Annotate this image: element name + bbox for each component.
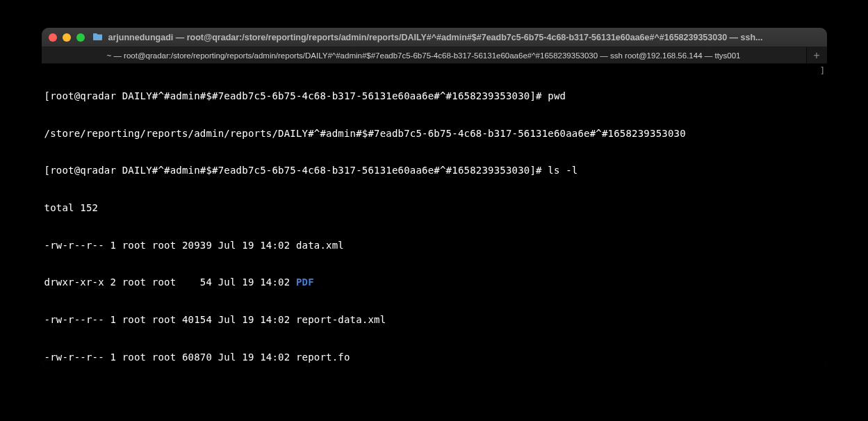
prompt: [root@qradar DAILY#^#admin#$#7eadb7c5-6b… <box>44 90 548 101</box>
terminal-window: arjunnedungadi — root@qradar:/store/repo… <box>42 28 827 368</box>
terminal-line: total 152 <box>44 202 824 215</box>
scroll-indicator: ] <box>819 65 825 77</box>
window-title: arjunnedungadi — root@qradar:/store/repo… <box>108 33 820 42</box>
terminal-line: [root@qradar DAILY#^#admin#$#7eadb7c5-6b… <box>44 165 824 177</box>
command-text: ls -l <box>548 165 578 176</box>
tabbar: ~ — root@qradar:/store/reporting/reports… <box>42 47 827 64</box>
terminal-line: [root@qradar DAILY#^#admin#$#7eadb7c5-6b… <box>44 90 824 103</box>
minimize-button[interactable] <box>63 33 71 42</box>
terminal-line: -rw-r--r-- 1 root root 40154 Jul 19 14:0… <box>44 314 824 327</box>
titlebar[interactable]: arjunnedungadi — root@qradar:/store/repo… <box>42 28 827 47</box>
command-text: pwd <box>548 90 566 101</box>
terminal-line: /store/reporting/reports/admin/reports/D… <box>44 128 824 140</box>
tab-terminal-session[interactable]: ~ — root@qradar:/store/reporting/reports… <box>42 47 806 63</box>
close-button[interactable] <box>49 33 57 42</box>
new-tab-button[interactable]: + <box>806 47 827 63</box>
terminal-line: drwxr-xr-x 2 root root 54 Jul 19 14:02 P… <box>44 276 824 289</box>
terminal-body[interactable]: [root@qradar DAILY#^#admin#$#7eadb7c5-6b… <box>42 64 827 368</box>
plus-icon: + <box>813 49 819 62</box>
traffic-lights <box>49 33 85 42</box>
tab-label: ~ — root@qradar:/store/reporting/reports… <box>106 51 740 60</box>
maximize-button[interactable] <box>76 33 85 42</box>
directory-name: PDF <box>296 276 314 288</box>
folder-icon <box>93 32 103 42</box>
prompt: [root@qradar DAILY#^#admin#$#7eadb7c5-6b… <box>44 165 548 176</box>
terminal-line: -rw-r--r-- 1 root root 60870 Jul 19 14:0… <box>44 352 824 364</box>
terminal-line: -rw-r--r-- 1 root root 20939 Jul 19 14:0… <box>44 240 824 252</box>
